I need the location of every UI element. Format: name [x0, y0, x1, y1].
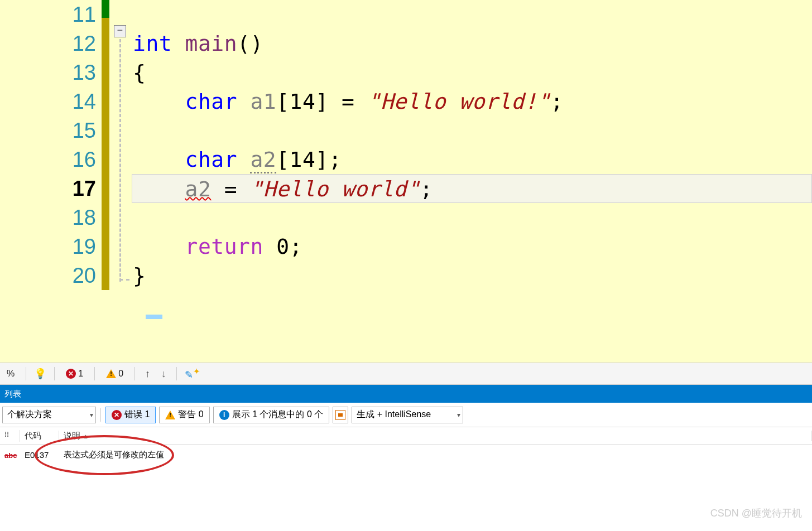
format-icon[interactable]: ✎✦	[185, 366, 200, 381]
watermark: CSDN @睡觉待开机	[710, 506, 802, 520]
indent-hint	[146, 315, 162, 319]
code-editor[interactable]: 11 12 13 14 15 16 17 18 19 20 − int main…	[0, 0, 812, 363]
collapse-icon[interactable]: −	[114, 25, 126, 37]
separator	[176, 367, 177, 380]
line-number: 13	[0, 58, 96, 87]
separator	[100, 408, 101, 422]
line-number-gutter: 11 12 13 14 15 16 17 18 19 20	[0, 0, 100, 363]
fold-guide	[119, 39, 121, 282]
separator	[54, 367, 55, 380]
lightbulb-icon[interactable]: 💡	[34, 368, 46, 380]
identifier: a2	[250, 147, 276, 173]
brace-close: }	[133, 263, 146, 288]
function-name: main	[185, 31, 238, 56]
keyword-return: return	[185, 234, 263, 259]
line-number: 11	[0, 0, 96, 29]
panel-title: 列表	[4, 389, 21, 399]
warning-icon	[165, 411, 175, 419]
error-code: E0137	[20, 450, 59, 460]
errors-filter-button[interactable]: ✕错误 1	[105, 407, 156, 423]
warning-icon	[106, 369, 116, 378]
line-number: 20	[0, 261, 96, 290]
solution-filter-combo[interactable]: 个解决方案	[2, 407, 96, 423]
line-number: 18	[0, 203, 96, 232]
brace-open: {	[133, 60, 146, 85]
source-filter-combo[interactable]: 生成 + IntelliSense	[352, 407, 463, 423]
error-list-row[interactable]: abc E0137 表达式必须是可修改的左值	[0, 445, 812, 464]
fold-end-marker	[119, 279, 129, 281]
error-list-header[interactable]: ⁞⁞ 代码 说明▲	[0, 427, 812, 445]
warnings-filter-button[interactable]: 警告 0	[159, 407, 209, 423]
line-number: 12	[0, 29, 96, 58]
separator	[134, 367, 135, 380]
column-severity[interactable]: ⁞⁞	[0, 430, 20, 442]
saved-change-marker	[102, 0, 109, 18]
fold-column: −	[110, 0, 133, 363]
error-count-button[interactable]: ✕1	[63, 368, 87, 380]
editor-toolbar: % 💡 ✕1 0 ↑ ↓ ✎✦	[0, 363, 812, 385]
keyword: char	[185, 89, 238, 114]
error-identifier: a2	[185, 177, 212, 201]
zoom-percent[interactable]: %	[3, 368, 18, 380]
line-number: 15	[0, 116, 96, 145]
separator	[94, 367, 95, 380]
error-icon: ✕	[66, 369, 76, 379]
warning-count-button[interactable]: 0	[103, 368, 127, 380]
string-literal: "Hello world!"	[368, 89, 550, 114]
panel-title-bar[interactable]: 列表	[0, 385, 812, 403]
code-content[interactable]: int main() { char a1[14] = "Hello world!…	[133, 0, 812, 363]
messages-filter-button[interactable]: i展示 1 个消息中的 0 个	[213, 407, 330, 423]
change-markers	[100, 0, 110, 363]
column-code[interactable]: 代码	[20, 431, 59, 441]
intellisense-error-icon: abc	[4, 451, 17, 460]
build-filter-button[interactable]	[333, 407, 348, 423]
prev-issue-button[interactable]: ↑	[143, 368, 152, 380]
error-list-panel: 个解决方案 ✕错误 1 警告 0 i展示 1 个消息中的 0 个 生成 + In…	[0, 403, 812, 464]
line-number: 16	[0, 145, 96, 174]
separator	[26, 367, 26, 380]
info-icon: i	[219, 410, 229, 420]
sort-asc-icon: ▲	[83, 433, 89, 440]
column-description[interactable]: 说明▲	[59, 431, 812, 441]
string-literal: "Hello world"	[250, 177, 420, 201]
identifier: a1	[250, 89, 276, 114]
error-list-toolbar: 个解决方案 ✕错误 1 警告 0 i展示 1 个消息中的 0 个 生成 + In…	[0, 403, 812, 427]
keyword: int	[133, 31, 172, 56]
line-number: 17	[0, 174, 96, 203]
next-issue-button[interactable]: ↓	[159, 368, 169, 380]
keyword: char	[185, 147, 238, 172]
current-line[interactable]: a2 = "Hello world";	[132, 174, 812, 203]
line-number: 19	[0, 232, 96, 261]
line-number: 14	[0, 87, 96, 116]
error-icon: ✕	[112, 410, 122, 420]
error-description: 表达式必须是可修改的左值	[59, 450, 812, 460]
filter-icon	[335, 410, 345, 420]
unsaved-change-marker	[102, 18, 109, 290]
parens: ()	[237, 31, 263, 56]
